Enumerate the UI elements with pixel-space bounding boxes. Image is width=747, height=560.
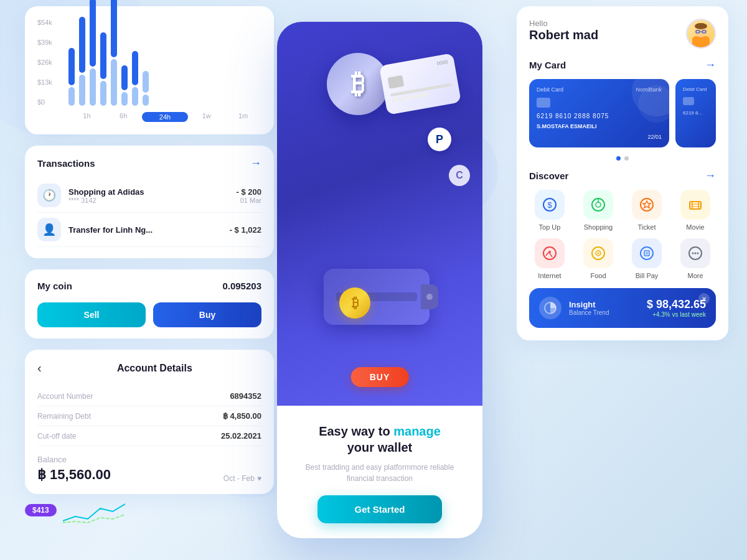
- card-expiry: 22/01: [647, 134, 662, 140]
- svg-point-31: [697, 253, 699, 254]
- phone-subtext: Best tradding and easy platformmore reli…: [292, 462, 467, 484]
- topup-label: Top Up: [539, 223, 561, 231]
- discover-item-food[interactable]: Food: [578, 238, 619, 279]
- discover-grid: $ Top Up Shopping: [529, 190, 716, 279]
- card-dot-active: [616, 156, 621, 161]
- insight-title: Insight: [569, 300, 639, 309]
- svg-rect-25: [644, 251, 649, 256]
- greeting-name: Robert mad: [529, 28, 598, 42]
- transaction-sub: **** 3142: [68, 197, 229, 204]
- btc-coin-illustration: ₿: [327, 53, 389, 115]
- chart-bar: [143, 71, 149, 93]
- more-icon: [688, 246, 703, 261]
- chart-bar: [100, 81, 106, 106]
- discover-item-more[interactable]: More: [675, 238, 716, 279]
- card-indicator-dots: [529, 156, 716, 161]
- get-started-button[interactable]: Get Started: [317, 495, 443, 523]
- debit-card-type: Debit Card: [537, 86, 563, 93]
- chart-bar: [121, 65, 128, 90]
- center-panel: ₿ 0000 P C: [261, 0, 498, 560]
- right-card: Hello Robert mad My C: [517, 6, 728, 340]
- svg-rect-13: [690, 202, 701, 209]
- coin-value: 0.095203: [222, 281, 261, 291]
- bar-group: [90, 0, 96, 106]
- chart-bar: [132, 87, 138, 106]
- discover-arrow[interactable]: →: [705, 169, 716, 182]
- svg-point-19: [548, 251, 551, 253]
- debit-card-secondary[interactable]: Debit Card 6219 8...: [675, 79, 716, 147]
- account-row: Remaining Debt ฿ 4,850.00: [37, 406, 261, 426]
- pie-chart-icon: [543, 301, 557, 315]
- discover-item-billpay[interactable]: Bill Pay: [626, 238, 667, 279]
- insight-close-button[interactable]: ✕: [698, 293, 710, 304]
- internet-icon: [542, 246, 557, 261]
- my-card-title: My Card: [529, 60, 566, 70]
- ticket-icon: [639, 197, 654, 212]
- my-card-arrow[interactable]: →: [705, 58, 716, 72]
- chart-bar: [90, 0, 96, 67]
- transactions-title: Transactions: [37, 158, 95, 169]
- account-card: ‹ Account Details Account Number 6894352…: [25, 350, 274, 494]
- chart-bar: [111, 0, 117, 57]
- phone-top: ₿ 0000 P C: [277, 22, 482, 406]
- transaction-value: - $ 1,022: [230, 225, 261, 235]
- transactions-arrow[interactable]: →: [250, 157, 261, 170]
- bar-group: [100, 32, 106, 106]
- illustration-3d: ₿ 0000 P C: [277, 22, 482, 406]
- cards-row: Debit Card NomiBank 6219 8610 2888 8075 …: [529, 79, 716, 147]
- chart-y-label: $39k: [37, 39, 52, 46]
- more-label: More: [687, 272, 703, 279]
- transaction-name: Shopping at Adidas: [68, 187, 229, 197]
- svg-rect-0: [692, 36, 710, 47]
- mini-chart: [63, 499, 125, 524]
- svg-point-9: [596, 202, 601, 207]
- avatar: [686, 19, 716, 49]
- transaction-date: 01 Mar: [237, 197, 261, 204]
- discover-item-ticket[interactable]: Ticket: [626, 190, 667, 231]
- greeting-hello: Hello: [529, 19, 598, 28]
- chart-bar: [100, 32, 106, 79]
- movie-label: Movie: [686, 223, 704, 231]
- insight-change: +4.3% vs last week: [647, 311, 706, 318]
- card-chip: [537, 98, 550, 108]
- balance-amount: ฿ 15,560.00: [37, 467, 111, 483]
- chart-y-label: $54k: [37, 19, 52, 26]
- sell-button[interactable]: Sell: [37, 302, 146, 327]
- phone-headline: Easy way to manage your wallet: [292, 423, 467, 455]
- chart-bar: [79, 75, 85, 106]
- card-name: S.MOSTAFA ESMAEILI: [537, 123, 597, 129]
- discover-item-shopping[interactable]: Shopping: [578, 190, 619, 231]
- chart-y-label: $13k: [37, 78, 52, 86]
- transaction-item: 👤 Transfer for Linh Ng... - $ 1,022: [37, 213, 261, 247]
- movie-icon: [688, 197, 703, 212]
- phone-mockup: ₿ 0000 P C: [277, 22, 482, 538]
- paypal-badge: P: [428, 128, 451, 151]
- chart-y-label: $0: [37, 98, 52, 106]
- discover-item-movie[interactable]: Movie: [675, 190, 716, 231]
- svg-point-2: [695, 23, 707, 29]
- discover-header: Discover →: [529, 169, 716, 182]
- insight-icon: [539, 297, 561, 319]
- transaction-icon-shopping: 🕐: [37, 184, 61, 207]
- transactions-card: Transactions → 🕐 Shopping at Adidas ****…: [25, 146, 274, 258]
- gold-coin: ₿: [339, 287, 370, 319]
- bar-group: [68, 48, 75, 106]
- back-arrow[interactable]: ‹: [37, 361, 42, 375]
- card-dot: [624, 156, 629, 161]
- buy-button[interactable]: Buy: [153, 302, 261, 327]
- c-badge: C: [449, 165, 470, 186]
- svg-line-20: [550, 253, 552, 257]
- billpay-label: Bill Pay: [636, 272, 659, 279]
- shopping-icon: [591, 197, 606, 212]
- discover-item-topup[interactable]: $ Top Up: [529, 190, 570, 231]
- transaction-value: - $ 200: [237, 187, 261, 197]
- chart-bar: [111, 59, 117, 106]
- chart-bar: [143, 95, 149, 106]
- transaction-name: Transfer for Linh Ng...: [68, 225, 222, 235]
- debit-card-main[interactable]: Debit Card NomiBank 6219 8610 2888 8075 …: [529, 79, 669, 147]
- bar-group: [121, 65, 128, 106]
- discover-item-internet[interactable]: Internet: [529, 238, 570, 279]
- food-label: Food: [590, 272, 606, 279]
- left-panel: $54k $39k $26k $13k $0: [25, 6, 274, 524]
- balance-label: Balance: [37, 455, 261, 464]
